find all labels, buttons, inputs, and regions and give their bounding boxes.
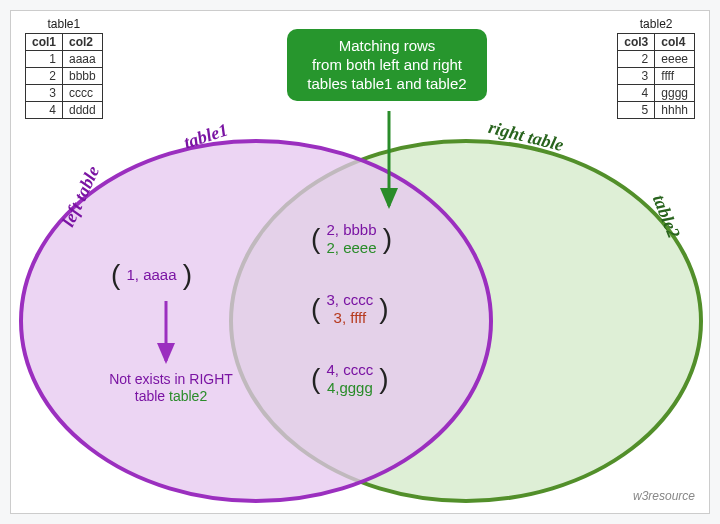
paren-open-icon: ( xyxy=(311,365,320,393)
paren-close-icon: ) xyxy=(379,295,388,323)
paren-close-icon: ) xyxy=(379,365,388,393)
intersection-pair-1: ( 3, cccc 3, ffff ) xyxy=(311,291,389,327)
paren-open-icon: ( xyxy=(311,225,320,253)
left-only-pair: ( 1, aaaa ) xyxy=(111,261,192,289)
intersection-2-left: 4, cccc xyxy=(327,361,374,379)
intersection-2-right: 4,gggg xyxy=(327,379,374,397)
left-note-line1: Not exists in RIGHT xyxy=(101,371,241,388)
paren-open-icon: ( xyxy=(311,295,320,323)
left-only-row: 1, aaaa xyxy=(127,266,177,283)
left-note-line2a: table xyxy=(135,388,169,404)
intersection-pair-2: ( 4, cccc 4,gggg ) xyxy=(311,361,389,397)
paren-close-icon: ) xyxy=(383,225,392,253)
left-note-line2b: table2 xyxy=(169,388,207,404)
diagram-canvas: table1 col1 col2 1aaaa 2bbbb 3cccc 4dddd… xyxy=(10,10,710,514)
left-note: Not exists in RIGHT table table2 xyxy=(101,371,241,405)
intersection-1-left: 3, cccc xyxy=(327,291,374,309)
intersection-1-right: 3, ffff xyxy=(327,309,374,327)
intersection-0-right: 2, eeee xyxy=(327,239,377,257)
intersection-pair-0: ( 2, bbbb 2, eeee ) xyxy=(311,221,392,257)
paren-open-icon: ( xyxy=(111,261,120,289)
watermark: w3resource xyxy=(633,489,695,503)
intersection-0-left: 2, bbbb xyxy=(327,221,377,239)
paren-close-icon: ) xyxy=(183,261,192,289)
